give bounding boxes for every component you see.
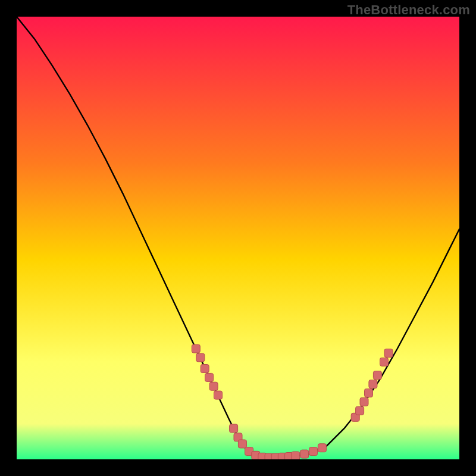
data-marker: [292, 452, 300, 459]
data-marker: [209, 382, 218, 390]
data-marker: [300, 450, 309, 458]
bottleneck-chart: [17, 17, 459, 459]
data-marker: [230, 424, 238, 433]
gradient-background: [17, 17, 459, 459]
data-marker: [384, 349, 393, 357]
data-marker: [205, 373, 214, 381]
data-marker: [214, 391, 223, 399]
data-marker: [309, 447, 318, 456]
data-marker: [192, 345, 200, 353]
data-marker: [369, 380, 377, 389]
data-marker: [238, 440, 246, 448]
data-marker: [365, 389, 373, 397]
data-marker: [318, 444, 326, 452]
chart-frame: [17, 17, 459, 459]
data-marker: [360, 397, 368, 406]
data-marker: [196, 353, 205, 362]
data-marker: [201, 365, 209, 373]
watermark-text: TheBottleneck.com: [347, 2, 470, 18]
data-marker: [380, 358, 389, 366]
data-marker: [373, 371, 381, 380]
data-marker: [356, 406, 364, 415]
